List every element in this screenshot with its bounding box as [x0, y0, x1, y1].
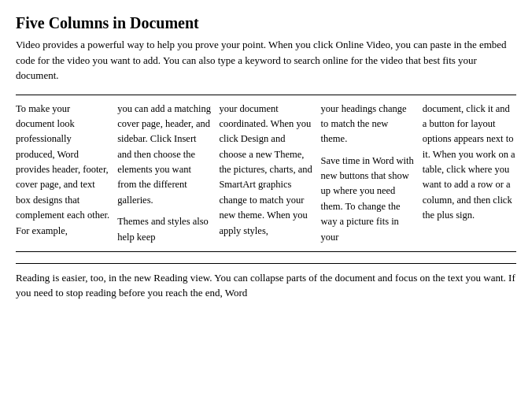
column-3: your document coordinated. When you clic…	[219, 102, 312, 245]
footer-paragraph: Reading is easier, too, in the new Readi…	[16, 263, 516, 301]
column-2: you can add a matching cover page, heade…	[117, 102, 211, 245]
intro-paragraph: Video provides a powerful way to help yo…	[16, 37, 516, 83]
five-columns: To make your document look professionall…	[16, 95, 516, 252]
column-4: your headings change to match the new th…	[321, 102, 415, 245]
column-5: document, click it and a button for layo…	[423, 102, 516, 245]
column-1: To make your document look professionall…	[16, 102, 109, 245]
page-title: Five Columns in Document	[16, 14, 516, 32]
